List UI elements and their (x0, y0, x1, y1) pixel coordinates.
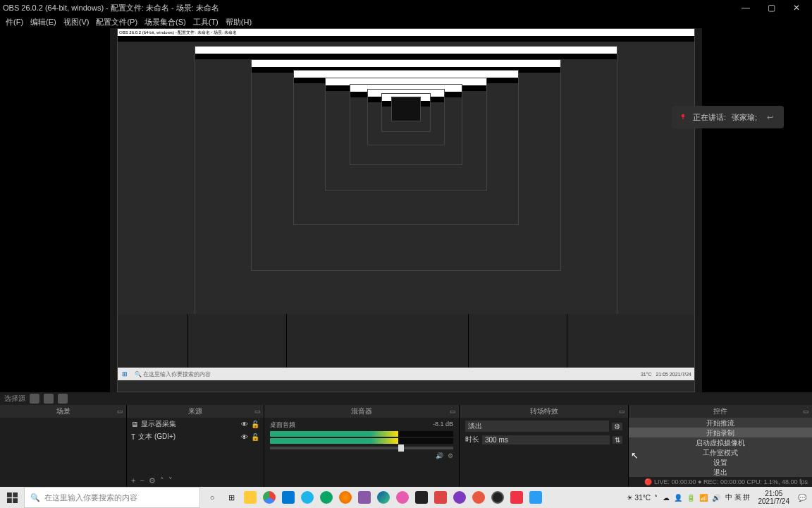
taskbar-apps: ○ ⊞ (200, 488, 548, 507)
transition-select[interactable]: 淡出 (465, 421, 609, 432)
tray-icon[interactable]: 👤 (672, 494, 684, 502)
app-icon[interactable] (412, 488, 431, 507)
source-item-text[interactable]: T 文本 (GDI+) 👁 🔓 (127, 430, 264, 443)
tray-chevron-icon[interactable]: ˄ (652, 494, 660, 502)
app-icon[interactable] (469, 488, 488, 507)
channel-db: -8.1 dB (433, 421, 453, 430)
app-icon[interactable] (317, 488, 336, 507)
duration-label: 时长 (465, 435, 479, 445)
chrome-icon[interactable] (260, 488, 278, 507)
lock-icon[interactable]: 🔓 (251, 433, 259, 441)
tray-icon[interactable]: ☁ (661, 494, 671, 502)
reply-icon[interactable]: ↩ (763, 113, 777, 122)
menu-view[interactable]: 视图(V) (61, 17, 92, 28)
tray-icon[interactable]: 🔋 (685, 494, 696, 502)
controls-panel: 控件▭ 开始推流 开始录制 启动虚拟摄像机 工作室模式 设置 退出 🔴 LIVE… (629, 405, 812, 487)
popout-icon[interactable]: ▭ (117, 408, 123, 415)
exit-button[interactable]: 退出 (629, 467, 812, 477)
menu-edit[interactable]: 编辑(E) (27, 17, 59, 28)
notifications-icon[interactable]: 💬 (795, 494, 809, 502)
mixer-panel: 混音器▭ 桌面音频 -8.1 dB 🔊 ⚙ (264, 405, 460, 487)
studio-mode-button[interactable]: 工作室模式 (629, 447, 812, 457)
weather-widget[interactable]: ☀ 31°C (627, 494, 651, 502)
svg-rect-1 (682, 117, 683, 119)
speaking-overlay: 正在讲话: 张家瑜; ↩ (672, 106, 784, 128)
taskbar-clock[interactable]: 21:05 2021/7/24 (754, 490, 794, 505)
app-icon[interactable] (355, 488, 374, 507)
firefox-icon[interactable] (336, 488, 355, 507)
windows-taskbar: 🔍 在这里输入你要搜索的内容 ○ ⊞ ☀ 31°C ˄ ☁ 👤 🔋 📶 🔊 中 … (0, 487, 812, 508)
source-item-display[interactable]: 🖥 显示器采集 👁 🔓 (127, 418, 264, 430)
edge-icon[interactable] (374, 488, 393, 507)
window-titlebar: OBS 26.0.2 (64-bit, windows) - 配置文件: 未命名… (0, 0, 812, 16)
speaker-icon[interactable]: 🔊 (436, 452, 443, 459)
volume-slider[interactable] (270, 447, 453, 449)
app-icon[interactable] (450, 488, 469, 507)
tool-icon[interactable] (44, 394, 54, 404)
obs-icon[interactable] (488, 488, 507, 507)
start-virtualcam-button[interactable]: 启动虚拟摄像机 (629, 437, 812, 447)
transitions-header: 转场特效 (530, 406, 558, 416)
popout-icon[interactable]: ▭ (803, 408, 809, 415)
source-toolbar: 选择源 (0, 392, 812, 405)
sources-header: 来源 (188, 406, 202, 416)
close-button[interactable]: ✕ (784, 0, 809, 16)
menu-tools[interactable]: 工具(T) (190, 17, 221, 28)
svg-point-0 (682, 114, 684, 117)
app-icon[interactable] (527, 488, 545, 507)
start-recording-button[interactable]: 开始录制 (629, 428, 812, 437)
transition-settings-icon[interactable]: ⚙ (612, 423, 622, 430)
visibility-icon[interactable]: 👁 (241, 421, 248, 428)
settings-button[interactable]: 设置 (629, 457, 812, 467)
mixer-channel-desktop: 桌面音频 -8.1 dB 🔊 ⚙ (264, 418, 459, 462)
tool-icon[interactable] (30, 394, 39, 404)
menu-profile[interactable]: 配置文件(P) (93, 17, 140, 28)
visibility-icon[interactable]: 👁 (241, 433, 248, 441)
preview-canvas: OBS 26.0.2 (64-bit, windows) - 配置文件: 未命名… (110, 28, 702, 392)
duration-input[interactable]: 300 ms (482, 435, 610, 445)
explorer-icon[interactable] (241, 488, 259, 507)
app-icon[interactable] (298, 488, 316, 507)
sources-list[interactable]: 🖥 显示器采集 👁 🔓 T 文本 (GDI+) 👁 🔓 (127, 418, 264, 474)
source-settings-icon[interactable]: ⚙ (149, 476, 156, 485)
mic-icon (679, 113, 687, 121)
remove-source-button[interactable]: − (140, 476, 144, 485)
popout-icon[interactable]: ▭ (254, 408, 261, 415)
app-icon[interactable] (508, 488, 526, 507)
maximize-button[interactable]: ▢ (758, 0, 784, 16)
ime-indicator[interactable]: 中 英 拼 (723, 492, 753, 502)
popout-icon[interactable]: ▭ (619, 408, 625, 415)
gear-icon[interactable]: ⚙ (448, 452, 453, 459)
scenes-list[interactable] (0, 418, 126, 487)
menu-bar: 件(F) 编辑(E) 视图(V) 配置文件(P) 场景集合(S) 工具(T) 帮… (0, 16, 812, 28)
tray-volume-icon[interactable]: 🔊 (710, 494, 722, 502)
menu-scene-collection[interactable]: 场景集合(S) (142, 17, 189, 28)
level-meter (270, 438, 453, 444)
tray-icon[interactable]: 📶 (698, 494, 709, 502)
taskbar-search[interactable]: 🔍 在这里输入你要搜索的内容 (24, 487, 200, 508)
taskview-icon[interactable]: ⊞ (222, 488, 240, 507)
start-button[interactable] (0, 487, 24, 508)
app-icon[interactable] (431, 488, 450, 507)
minimize-button[interactable]: — (733, 0, 758, 16)
display-capture-icon: 🖥 (131, 421, 138, 428)
duration-stepper[interactable]: ⇅ (613, 436, 622, 444)
menu-help[interactable]: 帮助(H) (223, 17, 254, 28)
preview-area[interactable]: OBS 26.0.2 (64-bit, windows) - 配置文件: 未命名… (0, 28, 812, 392)
sources-footer: + − ⚙ ˄ ˅ (127, 474, 264, 487)
move-down-icon[interactable]: ˅ (168, 476, 173, 485)
search-placeholder: 在这里输入你要搜索的内容 (44, 492, 137, 503)
start-streaming-button[interactable]: 开始推流 (629, 418, 812, 428)
vscode-icon[interactable] (279, 488, 297, 507)
app-icon[interactable] (393, 488, 412, 507)
popout-icon[interactable]: ▭ (450, 408, 456, 415)
move-up-icon[interactable]: ˄ (160, 476, 164, 485)
lock-icon[interactable]: 🔓 (251, 421, 259, 428)
add-source-button[interactable]: + (131, 476, 135, 485)
speaking-name: 张家瑜; (732, 112, 757, 123)
status-line: 🔴 LIVE: 00:00:00 ● REC: 00:00:00 CPU: 1.… (629, 477, 812, 487)
speaking-label: 正在讲话: (693, 112, 726, 123)
tool-icon[interactable] (58, 394, 68, 404)
cortana-icon[interactable]: ○ (203, 488, 221, 507)
menu-file[interactable]: 件(F) (3, 17, 26, 28)
